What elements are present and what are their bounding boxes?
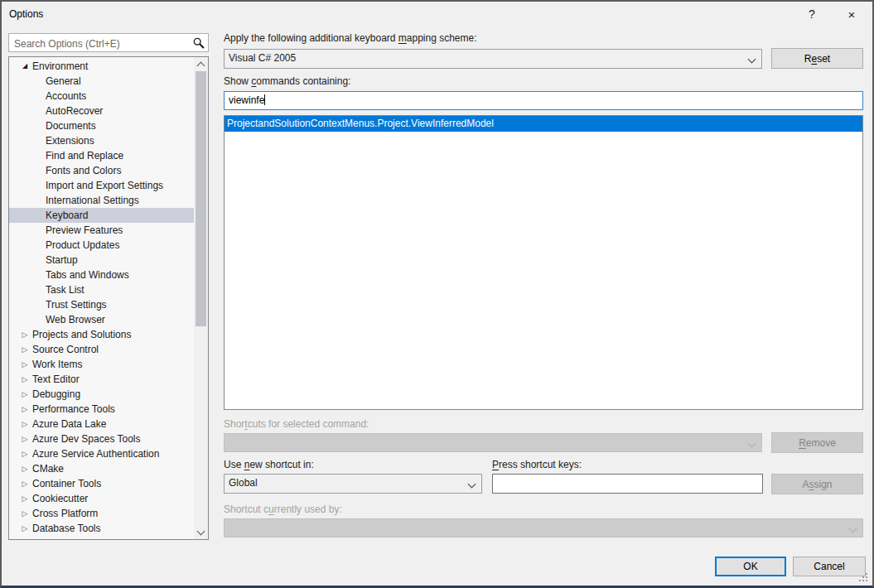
tree-item-fonts-and-colors[interactable]: Fonts and Colors xyxy=(9,163,194,178)
tree-item-task-list[interactable]: Task List xyxy=(9,282,194,297)
tree-item-keyboard[interactable]: Keyboard xyxy=(9,208,194,223)
collapsed-triangle-icon[interactable]: ▷ xyxy=(20,476,30,491)
tree-item-label: Cookiecutter xyxy=(32,493,88,504)
mapping-scheme-dropdown[interactable]: Visual C# 2005 xyxy=(224,49,762,69)
tree-item-accounts[interactable]: Accounts xyxy=(9,89,194,104)
mapping-scheme-value: Visual C# 2005 xyxy=(229,52,296,64)
tree-item-label: Azure Dev Spaces Tools xyxy=(32,433,141,445)
collapsed-triangle-icon[interactable]: ▷ xyxy=(20,357,30,372)
shortcut-used-by-dropdown[interactable] xyxy=(224,518,863,537)
tree-item-label: AutoRecover xyxy=(46,105,103,117)
tree-item-label: Keyboard xyxy=(46,210,88,221)
ok-button[interactable]: OK xyxy=(715,557,786,576)
chevron-down-icon xyxy=(748,55,756,64)
tree-item-performance-tools[interactable]: ▷Performance Tools xyxy=(9,402,194,417)
remove-button[interactable]: Remove xyxy=(771,432,863,453)
tree-item-label: Source Control xyxy=(32,344,99,355)
tree-item-international-settings[interactable]: International Settings xyxy=(9,193,194,208)
help-button[interactable]: ? xyxy=(793,2,831,27)
window-title: Options xyxy=(9,8,43,20)
scroll-down-button[interactable] xyxy=(194,525,208,539)
tree-item-startup[interactable]: Startup xyxy=(9,253,194,267)
collapsed-triangle-icon[interactable]: ▷ xyxy=(20,387,30,402)
command-list-item[interactable]: ProjectandSolutionContextMenus.Project.V… xyxy=(225,116,862,132)
shortcut-used-by-label: Shortcut currently used by: xyxy=(224,504,342,515)
tree-item-label: Container Tools xyxy=(32,478,101,489)
show-commands-input[interactable]: viewinfe xyxy=(224,91,863,110)
collapsed-triangle-icon[interactable]: ▷ xyxy=(20,446,30,461)
tree-item-label: CMake xyxy=(32,463,64,475)
expanded-triangle-icon[interactable]: ◢ xyxy=(20,59,30,74)
commands-list[interactable]: ProjectandSolutionContextMenus.Project.V… xyxy=(224,115,863,410)
tree-item-azure-service-authentication[interactable]: ▷Azure Service Authentication xyxy=(9,446,194,461)
tree-item-label: Debugging xyxy=(32,388,80,400)
collapsed-triangle-icon[interactable]: ▷ xyxy=(20,506,30,521)
use-new-shortcut-value: Global xyxy=(229,477,258,489)
chevron-down-icon xyxy=(748,440,756,448)
tree-item-cmake[interactable]: ▷CMake xyxy=(9,461,194,476)
tree-item-label: Web Browser xyxy=(46,314,105,325)
collapsed-triangle-icon[interactable]: ▷ xyxy=(20,372,30,387)
tree-scrollbar[interactable] xyxy=(194,57,208,539)
tree-item-autorecover[interactable]: AutoRecover xyxy=(9,104,194,118)
tree-item-product-updates[interactable]: Product Updates xyxy=(9,238,194,253)
tree-item-text-editor[interactable]: ▷Text Editor xyxy=(9,372,194,387)
collapsed-triangle-icon[interactable]: ▷ xyxy=(20,327,30,342)
tree-item-projects-and-solutions[interactable]: ▷Projects and Solutions xyxy=(9,327,194,342)
assign-button[interactable]: Assign xyxy=(771,474,863,494)
tree-item-database-tools[interactable]: ▷Database Tools xyxy=(9,521,194,536)
chevron-down-icon xyxy=(197,528,205,536)
assign-button-label: Assign xyxy=(802,479,832,490)
tree-item-import-and-export-settings[interactable]: Import and Export Settings xyxy=(9,178,194,193)
tree-item-azure-data-lake[interactable]: ▷Azure Data Lake xyxy=(9,417,194,431)
close-button[interactable]: × xyxy=(833,2,871,27)
collapsed-triangle-icon[interactable]: ▷ xyxy=(20,402,30,417)
cancel-button[interactable]: Cancel xyxy=(793,557,866,576)
collapsed-triangle-icon[interactable]: ▷ xyxy=(20,521,30,536)
tree-item-work-items[interactable]: ▷Work Items xyxy=(9,357,194,372)
tree-item-label: Performance Tools xyxy=(32,403,115,415)
collapsed-triangle-icon[interactable]: ▷ xyxy=(20,461,30,476)
tree-item-label: Fonts and Colors xyxy=(46,165,121,176)
tree-item-cross-platform[interactable]: ▷Cross Platform xyxy=(9,506,194,521)
tree-item-label: Import and Export Settings xyxy=(46,180,163,191)
chevron-up-icon xyxy=(197,62,205,70)
reset-button[interactable]: Reset xyxy=(771,48,863,69)
collapsed-triangle-icon[interactable]: ▷ xyxy=(20,342,30,357)
tree-item-environment[interactable]: ◢Environment xyxy=(9,59,194,74)
tree-item-documents[interactable]: Documents xyxy=(9,118,194,133)
tree-item-label: Projects and Solutions xyxy=(32,329,131,340)
resize-grip-icon[interactable] xyxy=(859,573,861,575)
tree-item-label: General xyxy=(46,75,81,87)
collapsed-triangle-icon[interactable]: ▷ xyxy=(20,417,30,431)
tree-item-label: Azure Service Authentication xyxy=(32,448,159,460)
press-shortcut-keys-input[interactable] xyxy=(492,474,763,494)
tree-item-preview-features[interactable]: Preview Features xyxy=(9,223,194,238)
close-icon: × xyxy=(848,7,856,22)
tree-item-label: Database Tools xyxy=(32,523,101,534)
tree-item-label: Text Editor xyxy=(32,374,80,385)
tree-item-cookiecutter[interactable]: ▷Cookiecutter xyxy=(9,491,194,506)
scroll-up-button[interactable] xyxy=(194,57,208,71)
collapsed-triangle-icon[interactable]: ▷ xyxy=(20,431,30,446)
tree-item-label: Extensions xyxy=(46,135,94,147)
tree-item-tabs-and-windows[interactable]: Tabs and Windows xyxy=(9,267,194,282)
tree-item-find-and-replace[interactable]: Find and Replace xyxy=(9,148,194,163)
shortcuts-for-command-dropdown[interactable] xyxy=(224,433,762,452)
tree-item-source-control[interactable]: ▷Source Control xyxy=(9,342,194,357)
options-dialog: Options ? × ◢EnvironmentGeneralAccountsA… xyxy=(0,0,874,588)
tree-item-container-tools[interactable]: ▷Container Tools xyxy=(9,476,194,491)
collapsed-triangle-icon[interactable]: ▷ xyxy=(20,491,30,506)
tree-item-general[interactable]: General xyxy=(9,74,194,89)
search-options-input[interactable] xyxy=(12,35,190,52)
reset-button-label: Reset xyxy=(804,53,830,65)
tree-item-web-browser[interactable]: Web Browser xyxy=(9,312,194,327)
tree-item-trust-settings[interactable]: Trust Settings xyxy=(9,297,194,312)
tree-item-label: Cross Platform xyxy=(32,508,98,519)
tree-item-azure-dev-spaces-tools[interactable]: ▷Azure Dev Spaces Tools xyxy=(9,431,194,446)
tree-item-extensions[interactable]: Extensions xyxy=(9,133,194,148)
scrollbar-thumb[interactable] xyxy=(196,71,206,326)
tree-item-debugging[interactable]: ▷Debugging xyxy=(9,387,194,402)
tree-item-label: Product Updates xyxy=(46,239,119,251)
use-new-shortcut-dropdown[interactable]: Global xyxy=(224,474,482,494)
